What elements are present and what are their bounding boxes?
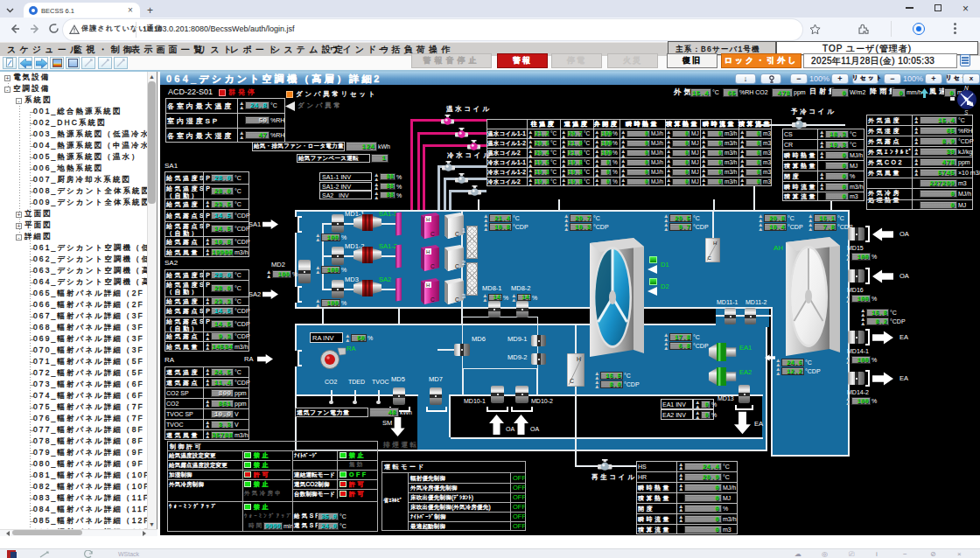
svg-text:H: H <box>713 241 717 246</box>
svg-text:C: C <box>430 231 435 237</box>
svg-text:C: C <box>570 378 574 384</box>
svg-text:H: H <box>426 282 430 288</box>
svg-text:H: H <box>426 249 430 255</box>
svg-text:C: C <box>708 255 712 261</box>
svg-text:H: H <box>577 356 581 362</box>
svg-text:C: C <box>455 263 459 269</box>
svg-text:C: C <box>430 296 435 303</box>
svg-text:H: H <box>426 217 430 222</box>
svg-text:C: C <box>430 263 435 269</box>
svg-text:C: C <box>455 296 459 303</box>
svg-text:C: C <box>455 231 459 237</box>
